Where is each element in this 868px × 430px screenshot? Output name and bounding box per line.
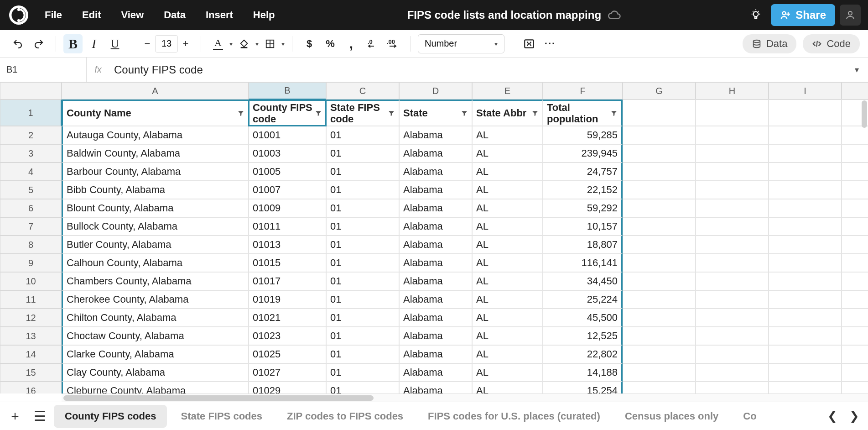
cell[interactable]: AL [472, 181, 543, 199]
more-button[interactable]: ··· [541, 34, 560, 53]
cell[interactable] [842, 217, 868, 236]
cell[interactable]: 59,292 [543, 199, 623, 217]
cell[interactable]: 24,757 [543, 163, 623, 181]
cell[interactable]: AL [472, 199, 543, 217]
text-color-combo[interactable]: A ▾ [208, 34, 233, 53]
cell[interactable]: 01011 [249, 217, 326, 236]
sheet-tab[interactable]: County FIPS codes [54, 405, 167, 428]
undo-button[interactable] [8, 34, 27, 53]
col-header-J[interactable]: J [842, 82, 868, 100]
cell[interactable] [623, 272, 696, 290]
cell[interactable]: 01 [326, 290, 399, 309]
col-header-I[interactable]: I [769, 82, 842, 100]
col-header-C[interactable]: C [326, 82, 399, 100]
row-header[interactable]: 10 [0, 272, 62, 290]
cell[interactable] [623, 163, 696, 181]
cell[interactable]: 01001 [249, 126, 326, 144]
select-all-corner[interactable] [0, 82, 62, 100]
cell[interactable]: AL [472, 217, 543, 236]
cell[interactable] [842, 309, 868, 327]
cell[interactable]: Clay County, Alabama [62, 363, 249, 382]
cell[interactable]: Cherokee County, Alabama [62, 290, 249, 309]
filter-icon[interactable] [531, 110, 539, 117]
cell[interactable]: 01025 [249, 345, 326, 363]
cell[interactable]: 01015 [249, 254, 326, 272]
cell[interactable] [696, 236, 769, 254]
expand-formula-bar[interactable]: ▾ [845, 65, 868, 75]
cell[interactable]: 116,141 [543, 254, 623, 272]
cell[interactable]: 01017 [249, 272, 326, 290]
cell[interactable] [696, 382, 769, 393]
cell[interactable]: 01 [326, 272, 399, 290]
cell[interactable]: 01021 [249, 309, 326, 327]
cell[interactable]: 22,802 [543, 345, 623, 363]
cell[interactable]: 01 [326, 363, 399, 382]
col-header-A[interactable]: A [62, 82, 249, 100]
cell[interactable] [696, 163, 769, 181]
row-header[interactable]: 4 [0, 163, 62, 181]
cell[interactable]: Alabama [399, 382, 472, 393]
cell[interactable]: Alabama [399, 199, 472, 217]
cell[interactable]: Blount County, Alabama [62, 199, 249, 217]
filter-icon[interactable] [315, 110, 322, 117]
cell[interactable] [769, 217, 842, 236]
sheet-tab[interactable]: Census places only [614, 405, 729, 428]
cell[interactable] [623, 290, 696, 309]
cell[interactable]: Calhoun County, Alabama [62, 254, 249, 272]
cell[interactable] [842, 181, 868, 199]
decrease-decimal-button[interactable]: .0 [363, 34, 382, 53]
header-cell[interactable]: State Abbr [472, 100, 543, 126]
cell[interactable]: 01023 [249, 327, 326, 345]
col-header-H[interactable]: H [696, 82, 769, 100]
cell[interactable]: 01 [326, 144, 399, 163]
cell[interactable] [623, 181, 696, 199]
cell[interactable]: Autauga County, Alabama [62, 126, 249, 144]
cell[interactable]: Alabama [399, 181, 472, 199]
document-title[interactable]: FIPS code lists and location mapping [407, 9, 601, 21]
cell[interactable] [769, 181, 842, 199]
cell[interactable] [769, 163, 842, 181]
cell[interactable]: 01 [326, 309, 399, 327]
cell[interactable] [623, 254, 696, 272]
cell[interactable] [769, 309, 842, 327]
menu-insert[interactable]: Insert [198, 5, 241, 26]
increase-decimal-button[interactable]: .00 [384, 34, 403, 53]
cell[interactable]: AL [472, 327, 543, 345]
cell[interactable] [696, 126, 769, 144]
lightbulb-icon[interactable] [745, 5, 766, 26]
cell[interactable] [842, 382, 868, 393]
row-header[interactable]: 13 [0, 327, 62, 345]
insert-function-button[interactable] [520, 34, 539, 53]
cell[interactable]: 01029 [249, 382, 326, 393]
cell[interactable] [769, 126, 842, 144]
cell[interactable]: 01027 [249, 363, 326, 382]
col-header-G[interactable]: G [623, 82, 696, 100]
header-cell[interactable] [623, 100, 696, 126]
row-header[interactable]: 15 [0, 363, 62, 382]
cell[interactable] [623, 236, 696, 254]
cell[interactable]: 01 [326, 254, 399, 272]
menu-data[interactable]: Data [156, 5, 194, 26]
cell[interactable]: 01 [326, 217, 399, 236]
cell[interactable] [696, 290, 769, 309]
cell[interactable]: 01 [326, 382, 399, 393]
fill-color-combo[interactable]: ▾ [234, 34, 259, 53]
cell[interactable] [623, 309, 696, 327]
cell[interactable] [769, 290, 842, 309]
number-format-select[interactable]: Number ▾ [418, 34, 504, 53]
cell[interactable] [769, 254, 842, 272]
sheet-tab[interactable]: FIPS codes for U.S. places (curated) [417, 405, 611, 428]
cell[interactable] [842, 345, 868, 363]
share-button[interactable]: Share [771, 4, 835, 26]
cell[interactable] [623, 126, 696, 144]
row-header[interactable]: 7 [0, 217, 62, 236]
sheet-tab[interactable]: Co [732, 405, 767, 428]
cell[interactable]: 22,152 [543, 181, 623, 199]
cell[interactable]: 15,254 [543, 382, 623, 393]
cell[interactable] [696, 144, 769, 163]
col-header-F[interactable]: F [543, 82, 623, 100]
cell[interactable] [769, 345, 842, 363]
cell[interactable]: 01 [326, 181, 399, 199]
filter-icon[interactable] [461, 110, 468, 117]
cell[interactable]: 01003 [249, 144, 326, 163]
